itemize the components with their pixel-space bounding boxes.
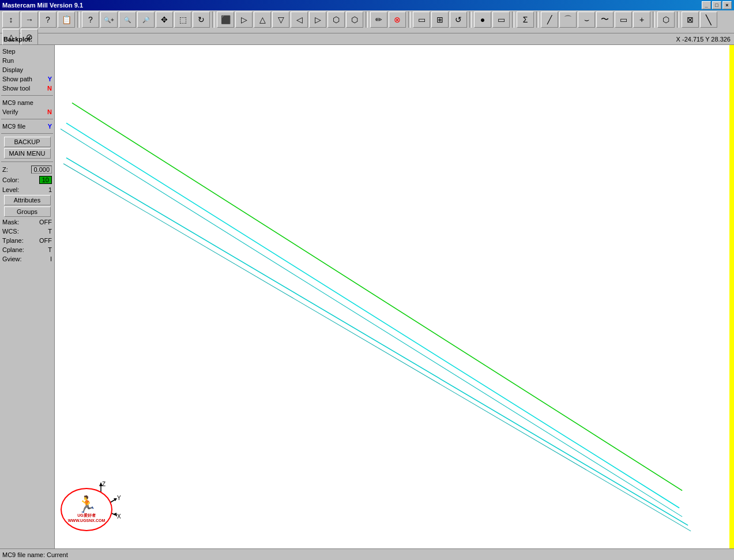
toolbar-rect[interactable]: ▭ — [413, 12, 430, 28]
app-title: Mastercam Mill Version 9.1 — [2, 2, 83, 9]
toolbar-pan[interactable]: ✥ — [156, 12, 173, 28]
toolbar-zoom-out[interactable]: 🔎 — [137, 12, 155, 28]
viewport-svg — [55, 45, 734, 548]
toolbar-help2[interactable]: ? — [82, 12, 99, 28]
verify-label: Verify — [2, 108, 18, 115]
title-bar: Mastercam Mill Version 9.1 _ □ × — [0, 0, 734, 10]
sidebar-mc9name[interactable]: MC9 name — [1, 99, 53, 107]
wcs-label: WCS: — [2, 228, 19, 235]
toolbar-del2[interactable]: ⊠ — [682, 12, 699, 28]
svg-line-4 — [63, 164, 691, 531]
toolbar-view4[interactable]: ◁ — [291, 12, 308, 28]
toolbar-view2[interactable]: △ — [254, 12, 271, 28]
close-button[interactable]: × — [722, 1, 732, 9]
toolbar-trim[interactable]: ⬡ — [657, 12, 675, 28]
x-axis-label: X — [117, 513, 121, 520]
wcs-value: T — [48, 228, 52, 235]
toolbar-arc[interactable]: ⌒ — [559, 12, 577, 28]
backup-button[interactable]: BACKUP — [4, 137, 51, 147]
level-value: 1 — [48, 186, 52, 193]
gview-label: Gview: — [2, 255, 22, 262]
toolbar-zoom-fit[interactable]: 🔍+ — [100, 12, 118, 28]
mc9file-label: MC9 file — [2, 123, 25, 130]
title-bar-controls: _ □ × — [702, 1, 732, 9]
sidebar-divider2 — [1, 119, 53, 119]
sidebar-step[interactable]: Step — [1, 47, 53, 55]
color-value[interactable]: 10 — [39, 176, 52, 184]
toolbar-help[interactable]: ? — [39, 12, 57, 28]
toolbar-zoom-in[interactable]: 🔍 — [119, 12, 136, 28]
maximize-button[interactable]: □ — [712, 1, 721, 9]
toolbar-sep1 — [77, 12, 80, 28]
status-bottom-text: MC9 file name: Current — [2, 551, 68, 558]
toolbar-new[interactable]: ↕ — [2, 12, 20, 28]
toolbar-undo[interactable]: ↺ — [450, 12, 467, 28]
toolbar-point[interactable]: ● — [474, 12, 491, 28]
toolbar-analyze[interactable]: Σ — [517, 12, 534, 28]
toolbar-view3[interactable]: ▽ — [272, 12, 289, 28]
toolbar-3d[interactable]: ⬛ — [217, 12, 234, 28]
toolbar-view6[interactable]: ⬡ — [328, 12, 345, 28]
main-menu-button[interactable]: MAIN MENU — [4, 148, 51, 159]
toolbar-view7[interactable]: ⬡ — [346, 12, 363, 28]
sidebar-show-tool-row: Show tool N — [1, 84, 53, 92]
show-tool-label: Show tool — [2, 85, 30, 92]
svg-line-0 — [72, 103, 682, 490]
canvas-area[interactable]: Z Y X 🏃 UG爱好者WWW.UGSNX.COM — [55, 45, 734, 548]
svg-line-3 — [66, 158, 688, 525]
toolbar-delete[interactable]: ⊗ — [389, 12, 406, 28]
sidebar-mc9file-row: MC9 file Y — [1, 122, 53, 130]
minimize-button[interactable]: _ — [702, 1, 711, 9]
toolbar-spline[interactable]: 〜 — [596, 12, 613, 28]
attributes-button[interactable]: Attributes — [4, 195, 51, 205]
svg-line-1 — [66, 123, 679, 508]
toolbar-plus[interactable]: + — [633, 12, 650, 28]
yellow-bar — [729, 45, 734, 548]
toolbar-sep3 — [366, 12, 368, 28]
show-path-value: Y — [48, 76, 52, 82]
toolbar-view5[interactable]: ▷ — [309, 12, 326, 28]
toolbar-slash[interactable]: ╲ — [700, 12, 717, 28]
watermark-logo: 🏃 UG爱好者WWW.UGSNX.COM — [61, 488, 112, 531]
toolbar-select[interactable]: ⬚ — [174, 12, 191, 28]
sidebar-display[interactable]: Display — [1, 66, 53, 74]
toolbar-sep8 — [653, 12, 655, 28]
toolbar-sep9 — [677, 12, 679, 28]
tplane-value: OFF — [39, 237, 52, 244]
sidebar-divider4 — [1, 161, 53, 162]
svg-line-2 — [61, 129, 682, 517]
toolbar-boundary[interactable]: ▭ — [492, 12, 510, 28]
coordinates: X -24.715 Y 28.326 — [676, 36, 731, 43]
main-layout: Step Run Display Show path Y Show tool N… — [0, 45, 734, 548]
mask-value: OFF — [39, 219, 52, 225]
toolbar-view1[interactable]: ▷ — [235, 12, 253, 28]
sidebar-run[interactable]: Run — [1, 57, 53, 65]
toolbar-rect2[interactable]: ▭ — [615, 12, 632, 28]
z-value[interactable]: 0.000 — [31, 166, 52, 174]
sidebar-divider1 — [1, 95, 53, 96]
sidebar-wcs-row: WCS: T — [1, 227, 53, 235]
toolbar-draw[interactable]: ✏ — [370, 12, 387, 28]
level-label: Level: — [2, 186, 19, 193]
backplot-label: Backplot: — [3, 36, 676, 43]
toolbar-arc2[interactable]: ⌣ — [578, 12, 595, 28]
toolbar-rotate[interactable]: ↻ — [193, 12, 210, 28]
groups-button[interactable]: Groups — [4, 206, 51, 217]
sidebar-level-row: Level: 1 — [1, 186, 53, 194]
show-path-label: Show path — [2, 76, 32, 82]
mask-label: Mask: — [2, 219, 19, 225]
toolbar-line[interactable]: ╱ — [541, 12, 558, 28]
status-bottom-bar: MC9 file name: Current — [0, 548, 734, 560]
cplane-label: Cplane: — [2, 246, 24, 253]
toolbar-arrow[interactable]: → — [21, 12, 38, 28]
color-label: Color: — [2, 176, 19, 183]
z-axis-label: Z — [102, 481, 106, 487]
status-top-bar: Backplot: X -24.715 Y 28.326 — [0, 33, 734, 45]
sidebar-tplane-row: Tplane: OFF — [1, 236, 53, 245]
sidebar-divider3 — [1, 133, 53, 134]
toolbar-grid[interactable]: ⊞ — [431, 12, 449, 28]
watermark-text: UG爱好者WWW.UGSNX.COM — [68, 513, 106, 523]
sidebar-verify-row: Verify N — [1, 108, 53, 116]
toolbar-file[interactable]: 📋 — [58, 12, 75, 28]
toolbar-sep4 — [408, 12, 411, 28]
